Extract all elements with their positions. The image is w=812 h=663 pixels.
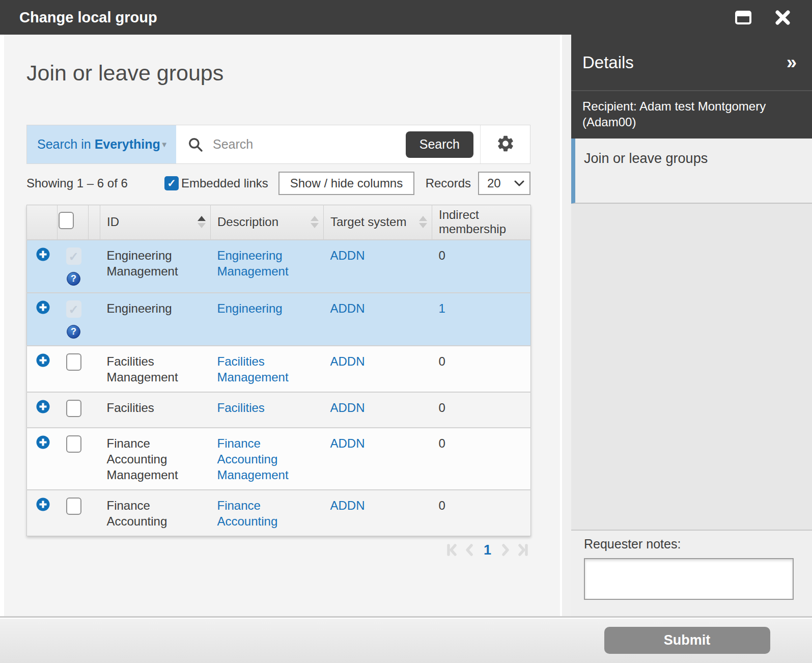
workflow-step-join-or-leave-groups[interactable]: Join or leave groups [571,139,812,204]
records-value: 20 [487,176,501,190]
table-header-row: ID Description Target system Indirect me… [27,205,531,240]
cell-indirect-membership: 0 [432,490,531,536]
embedded-links-label: Embedded links [181,176,268,190]
footer-spacer [0,618,562,663]
description-link[interactable]: Engineering [217,301,283,315]
search-scope-prefix: Search in [37,137,91,152]
requester-notes-section: Requester notes: [571,530,812,616]
chevron-down-icon: ▼ [160,140,168,149]
cell-indirect-membership: 0 [432,346,531,392]
table-row[interactable]: Finance Accounting Finance Accounting AD… [27,490,531,536]
row-checkbox [66,300,81,318]
cell-indirect-membership: 0 [432,428,531,490]
requester-notes-input[interactable] [584,558,794,600]
column-header-id[interactable]: ID [100,205,211,240]
search-bar: Search in Everything ▼ Search [26,125,530,164]
sort-icon [198,216,206,228]
close-icon[interactable] [775,10,791,25]
expand-row-icon[interactable] [36,438,50,452]
dialog-footer: Submit [0,616,812,663]
header-expand-column [27,205,58,240]
table-row[interactable]: Facilities Management Facilities Managem… [27,346,531,392]
chevron-down-icon [514,180,524,187]
details-title: Details [582,53,787,72]
expand-row-icon[interactable] [36,356,50,370]
cell-id: Finance Accounting [100,490,211,536]
expand-row-icon[interactable] [36,402,50,416]
header-spacer-column [89,205,100,240]
cell-indirect-membership: 0 [432,240,531,293]
records-select[interactable]: 20 [478,172,530,195]
header-select-all[interactable] [58,205,89,240]
page-number[interactable]: 1 [484,542,491,558]
help-icon[interactable]: ? [67,272,80,286]
indirect-membership-link[interactable]: 1 [439,301,445,315]
collapse-panel-icon[interactable]: » [787,53,797,72]
search-input[interactable] [212,136,406,152]
search-icon [187,136,204,153]
window-title: Change local group [19,9,735,26]
target-system-link[interactable]: ADDN [330,354,365,368]
change-local-group-dialog: Change local group Join or leave groups … [0,0,812,663]
page-title: Join or leave groups [26,60,560,86]
row-checkbox[interactable] [66,400,81,417]
list-controls: Showing 1 – 6 of 6 ✓ Embedded links Show… [26,172,530,195]
description-link[interactable]: Finance Accounting Management [217,436,289,482]
help-icon[interactable]: ? [67,325,80,339]
search-settings-button[interactable] [480,125,530,163]
table-row[interactable]: Facilities Facilities ADDN 0 [27,392,531,428]
search-button[interactable]: Search [406,131,473,158]
description-link[interactable]: Engineering Management [217,248,289,278]
column-header-indirect-membership[interactable]: Indirect membership [432,205,531,240]
gear-icon [496,134,515,155]
select-all-checkbox[interactable] [59,212,74,229]
main-area: Join or leave groups Search in Everythin… [0,35,562,616]
cell-id: Facilities [100,392,211,428]
details-panel-header: Details » [571,35,812,90]
row-checkbox[interactable] [66,498,81,515]
first-page-icon [444,542,460,558]
row-checkbox[interactable] [66,435,81,453]
checkbox-checked-icon: ✓ [164,176,179,190]
expand-row-icon[interactable] [36,250,50,264]
table-row[interactable]: ? Engineering Engineering ADDN 1 [27,293,531,346]
description-link[interactable]: Facilities Management [217,354,289,384]
cell-id: Finance Accounting Management [100,428,211,490]
target-system-link[interactable]: ADDN [330,436,365,450]
sort-icon [311,216,319,228]
cell-id: Engineering Management [100,240,211,293]
maximize-icon[interactable] [735,11,751,24]
show-hide-columns-button[interactable]: Show / hide columns [278,172,414,195]
showing-count: Showing 1 – 6 of 6 [26,176,164,190]
details-panel-body [571,204,812,530]
column-header-target-system[interactable]: Target system [324,205,432,240]
table-row[interactable]: ? Engineering Management Engineering Man… [27,240,531,293]
cell-id: Facilities Management [100,346,211,392]
records-label: Records [426,176,471,190]
expand-row-icon[interactable] [36,500,50,514]
recipient-info: Recipient: Adam test Montgomery (Adam00) [571,90,812,139]
cell-id: Engineering [100,293,211,346]
column-header-description[interactable]: Description [211,205,324,240]
submit-button[interactable]: Submit [604,627,770,654]
next-page-icon [499,542,512,558]
details-panel: Details » Recipient: Adam test Montgomer… [562,35,812,616]
table-row[interactable]: Finance Accounting Management Finance Ac… [27,428,531,490]
requester-notes-label: Requester notes: [584,537,812,551]
search-scope-dropdown[interactable]: Search in Everything ▼ [27,125,176,163]
titlebar: Change local group [0,0,812,35]
target-system-link[interactable]: ADDN [330,248,365,262]
row-checkbox[interactable] [66,353,81,371]
groups-table: ID Description Target system Indirect me… [26,205,531,536]
target-system-link[interactable]: ADDN [330,401,365,415]
description-link[interactable]: Finance Accounting [217,499,278,528]
embedded-links-checkbox[interactable]: ✓ Embedded links [164,176,268,190]
pagination: 1 [26,542,530,558]
search-scope-value: Everything [95,137,160,152]
description-link[interactable]: Facilities [217,401,265,415]
target-system-link[interactable]: ADDN [330,499,365,512]
row-checkbox [66,247,81,265]
sort-icon [419,216,427,228]
expand-row-icon[interactable] [36,303,50,317]
target-system-link[interactable]: ADDN [330,301,365,315]
